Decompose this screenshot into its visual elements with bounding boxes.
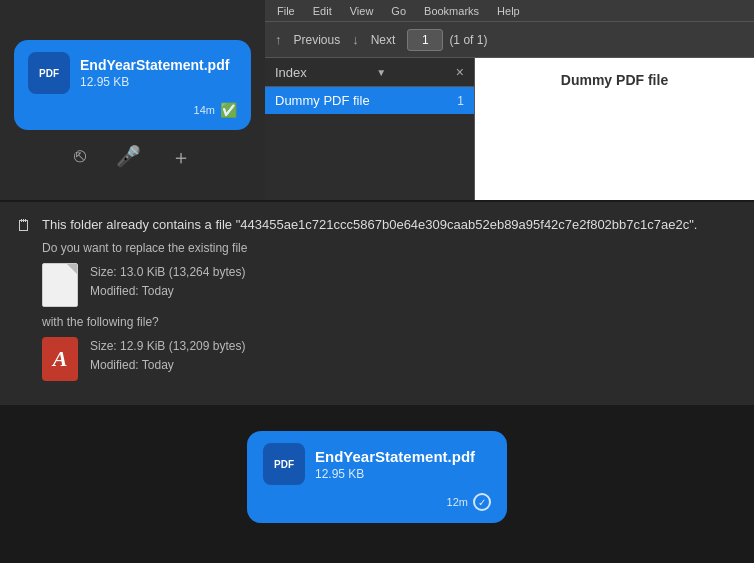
add-icon[interactable]: ＋ [171,144,191,171]
new-file-info: Size: 12.9 KiB (13,209 bytes) Modified: … [90,337,738,375]
share-icon[interactable]: ⎋ [74,144,86,171]
acrobat-a-icon: A [53,346,68,372]
existing-file-info: Size: 13.0 KiB (13,264 bytes) Modified: … [90,263,738,301]
file-conflict-dialog: 🗒 This folder already contains a file "4… [0,200,754,407]
pdf-filename: EndYearStatement.pdf [80,57,237,73]
up-arrow-icon: ↑ [275,32,282,47]
pdf-card-top: PDF EndYearStatement.pdf 12.95 KB 14m ✅ [14,40,251,130]
left-panel: PDF EndYearStatement.pdf 12.95 KB 14m ✅ … [0,0,265,200]
dialog-title: This folder already contains a file "443… [42,216,697,234]
next-button[interactable]: Next [365,31,402,49]
menu-go[interactable]: Go [391,5,406,17]
index-panel: Index ▼ × Dummy PDF file 1 [265,58,475,200]
menu-view[interactable]: View [350,5,374,17]
replace-text: with the following file? [42,315,738,329]
down-arrow-icon: ↓ [352,32,359,47]
pdf-icon: PDF [28,52,70,94]
pdf-time-bottom: 12m [447,496,468,508]
pdf-size: 12.95 KB [80,75,237,89]
circle-check-icon: ✓ [473,493,491,511]
index-item-page: 1 [457,94,464,108]
page-count: (1 of 1) [449,33,487,47]
existing-file-size: Size: 13.0 KiB (13,264 bytes) [90,263,738,282]
previous-button[interactable]: Previous [288,31,347,49]
new-file-size: Size: 12.9 KiB (13,209 bytes) [90,337,738,356]
existing-file-icon [42,263,78,307]
menu-help[interactable]: Help [497,5,520,17]
pdf-time: 14m [194,104,215,116]
right-panel: File Edit View Go Bookmarks Help ↑ Previ… [265,0,754,200]
index-close-button[interactable]: × [456,64,464,80]
new-file-modified: Modified: Today [90,356,738,375]
acrobat-file-icon: A [42,337,78,381]
index-item[interactable]: Dummy PDF file 1 [265,87,474,114]
menu-bar: File Edit View Go Bookmarks Help [265,0,754,22]
menu-bookmarks[interactable]: Bookmarks [424,5,479,17]
check-icon: ✅ [220,102,237,118]
pdf-card-bottom-info: EndYearStatement.pdf 12.95 KB [315,448,475,481]
index-item-label: Dummy PDF file [275,93,370,108]
file-copy-icon: 🗒 [16,217,32,235]
menu-file[interactable]: File [277,5,295,17]
index-title: Index [275,65,307,80]
mic-icon[interactable]: 🎤 [116,144,141,171]
existing-file-row: Size: 13.0 KiB (13,264 bytes) Modified: … [42,263,738,307]
pdf-card-info: EndYearStatement.pdf 12.95 KB [80,57,237,89]
bottom-section: PDF EndYearStatement.pdf 12.95 KB 12m ✓ [0,407,754,547]
dialog-subtitle: Do you want to replace the existing file [42,241,738,255]
menu-edit[interactable]: Edit [313,5,332,17]
pdf-card-bottom-footer: 12m ✓ [263,493,491,511]
pdf-page-title: Dummy PDF file [561,72,668,88]
top-section: PDF EndYearStatement.pdf 12.95 KB 14m ✅ … [0,0,754,200]
pdf-card-bottom: PDF EndYearStatement.pdf 12.95 KB 12m ✓ [247,431,507,523]
index-header: Index ▼ × [265,58,474,87]
existing-file-modified: Modified: Today [90,282,738,301]
dialog-header: 🗒 This folder already contains a file "4… [16,216,738,235]
pdf-icon-bottom: PDF [263,443,305,485]
page-input[interactable] [407,29,443,51]
card-actions: ⎋ 🎤 ＋ [0,144,265,171]
viewer-body: Index ▼ × Dummy PDF file 1 Dummy PDF fil… [265,58,754,200]
pdf-filename-bottom: EndYearStatement.pdf [315,448,475,465]
dropdown-arrow-icon[interactable]: ▼ [376,67,386,78]
pdf-content-area: Dummy PDF file [475,58,754,200]
new-file-row: A Size: 12.9 KiB (13,209 bytes) Modified… [42,337,738,381]
toolbar: ↑ Previous ↓ Next (1 of 1) [265,22,754,58]
pdf-size-bottom: 12.95 KB [315,467,475,481]
